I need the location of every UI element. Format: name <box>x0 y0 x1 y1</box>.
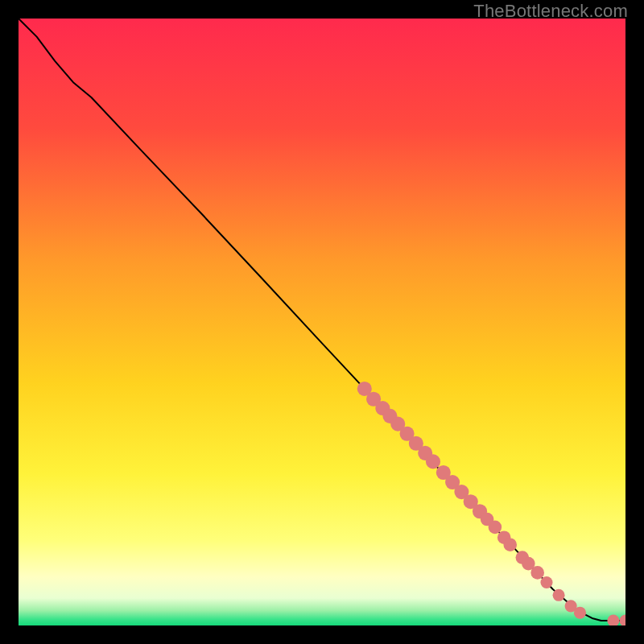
chart-svg <box>19 19 625 625</box>
data-marker <box>540 576 552 588</box>
data-marker <box>426 454 440 469</box>
data-marker <box>574 607 586 619</box>
data-marker <box>489 521 502 535</box>
data-marker <box>503 538 517 551</box>
data-marker <box>530 566 544 580</box>
chart-plot-area <box>19 19 625 625</box>
data-marker <box>553 589 565 601</box>
chart-background <box>19 19 625 625</box>
chart-stage: TheBottleneck.com <box>0 0 644 644</box>
